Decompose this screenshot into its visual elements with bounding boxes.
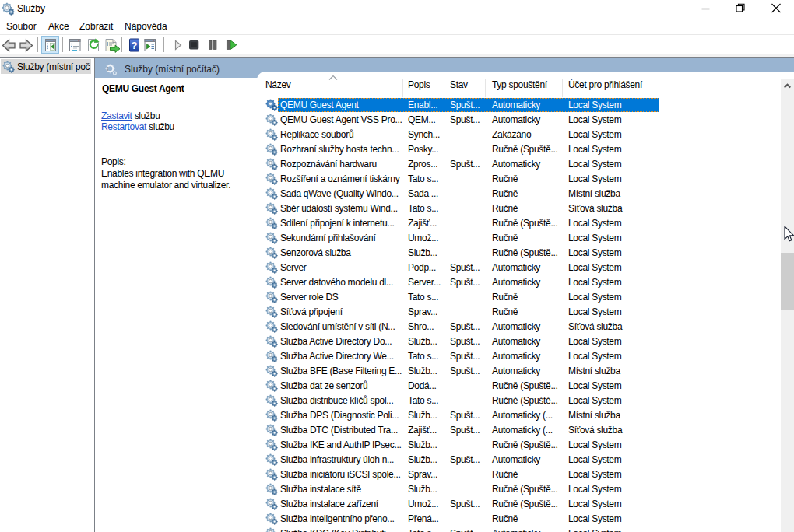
svg-text:?: ? xyxy=(132,40,138,51)
